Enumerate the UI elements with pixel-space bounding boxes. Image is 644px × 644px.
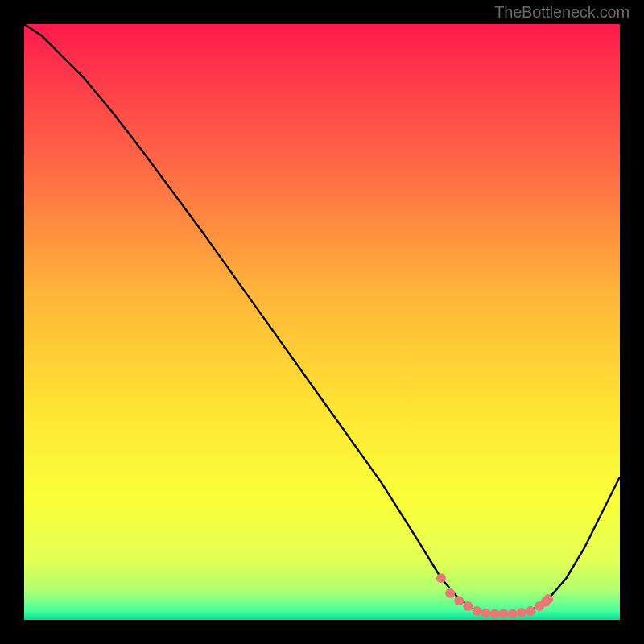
svg-point-9	[508, 609, 518, 619]
optimal-range-markers	[24, 24, 620, 620]
svg-point-11	[526, 606, 535, 616]
plot-area	[24, 24, 620, 620]
svg-point-2	[445, 588, 455, 598]
svg-point-8	[499, 609, 509, 619]
svg-point-5	[472, 606, 481, 616]
svg-point-14	[543, 594, 553, 604]
svg-point-10	[517, 608, 526, 617]
svg-point-1	[436, 573, 446, 583]
attribution-text: TheBottleneck.com	[494, 3, 630, 22]
svg-point-4	[463, 601, 473, 611]
svg-point-3	[454, 596, 464, 605]
svg-point-6	[481, 609, 491, 618]
svg-point-7	[490, 609, 500, 619]
